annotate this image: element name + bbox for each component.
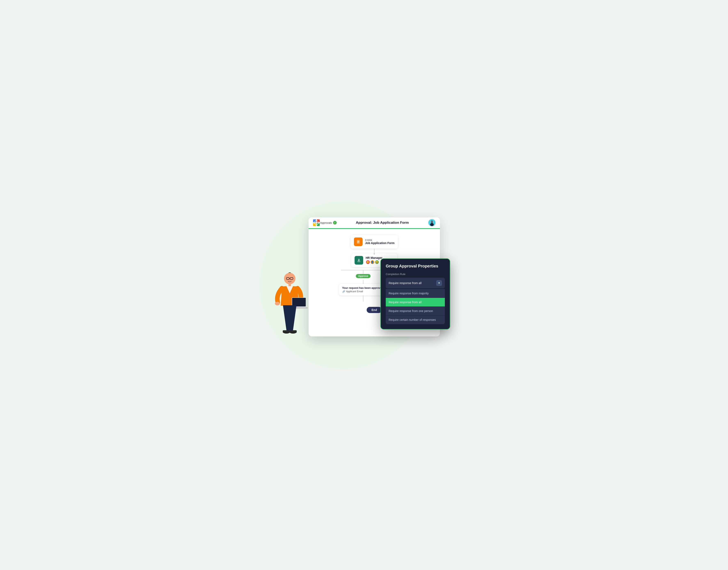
scene-wrapper: Approvals ✓ Approval: Job Application Fo… [272, 213, 456, 357]
svg-rect-25 [289, 284, 291, 287]
dropdown-arrow-icon: ▼ [436, 280, 442, 286]
approved-node[interactable]: Your request has been approved. 🔗 Applic… [339, 284, 388, 295]
form-svg-icon [356, 240, 361, 244]
approve-connector-3 [363, 295, 363, 302]
connector-1 [374, 249, 374, 254]
approved-sub: 🔗 Applicant Email [342, 290, 384, 293]
svg-point-24 [289, 280, 290, 281]
approver-1: 😊 [366, 260, 370, 264]
end-node: End [367, 307, 382, 313]
option-all[interactable]: Require response from all [386, 298, 445, 306]
form-node[interactable]: Form Job Application Form [351, 235, 398, 249]
hr-node-icon [355, 256, 363, 265]
svg-rect-28 [292, 298, 306, 306]
approvals-label: Approvals [320, 221, 332, 224]
link-icon: 🔗 [342, 290, 345, 293]
check-circle-icon: ✓ [333, 221, 337, 225]
approved-title: Your request has been approved. [342, 286, 384, 289]
completion-rule-label: Completion Rule [386, 273, 445, 276]
form-node-title: Job Application Form [365, 241, 394, 245]
properties-panel: Group Approval Properties Completion Rul… [380, 258, 450, 329]
email-label: Applicant Email [346, 290, 363, 293]
approve-branch: Approve Your request has been approved. … [339, 270, 388, 302]
dropdown-selector[interactable]: Require response from all ▼ [386, 278, 445, 288]
app-logo [313, 219, 320, 226]
svg-point-7 [430, 223, 434, 226]
form-node-label: Form [365, 239, 394, 241]
user-avatar [428, 219, 436, 227]
dropdown-options: Require response from majority Require r… [386, 289, 445, 324]
hr-svg-icon [357, 258, 361, 263]
panel-title: Group Approval Properties [386, 264, 445, 268]
form-node-icon [354, 238, 363, 246]
person-figure [272, 269, 309, 351]
svg-rect-34 [289, 330, 297, 333]
approve-badge: Approve [356, 274, 371, 278]
avatar-svg [428, 219, 435, 226]
approver-3: 😄 [375, 260, 379, 264]
approve-connector [363, 270, 363, 274]
person-svg [272, 269, 308, 355]
approver-2: 👤 [370, 260, 375, 264]
app-header: Approvals ✓ Approval: Job Application Fo… [309, 217, 440, 229]
header-title: Approval: Job Application Form [337, 221, 428, 225]
form-node-content: Form Job Application Form [365, 239, 394, 245]
option-majority[interactable]: Require response from majority [386, 289, 445, 298]
dropdown-selected-value: Require response from all [389, 281, 421, 285]
option-one-person[interactable]: Require response from one person [386, 306, 445, 315]
approvals-badge: Approvals ✓ [320, 221, 337, 225]
option-certain-number[interactable]: Require certain number of responses [386, 315, 445, 324]
approve-connector-2 [363, 280, 363, 284]
svg-point-30 [275, 302, 280, 305]
svg-rect-32 [283, 330, 290, 333]
